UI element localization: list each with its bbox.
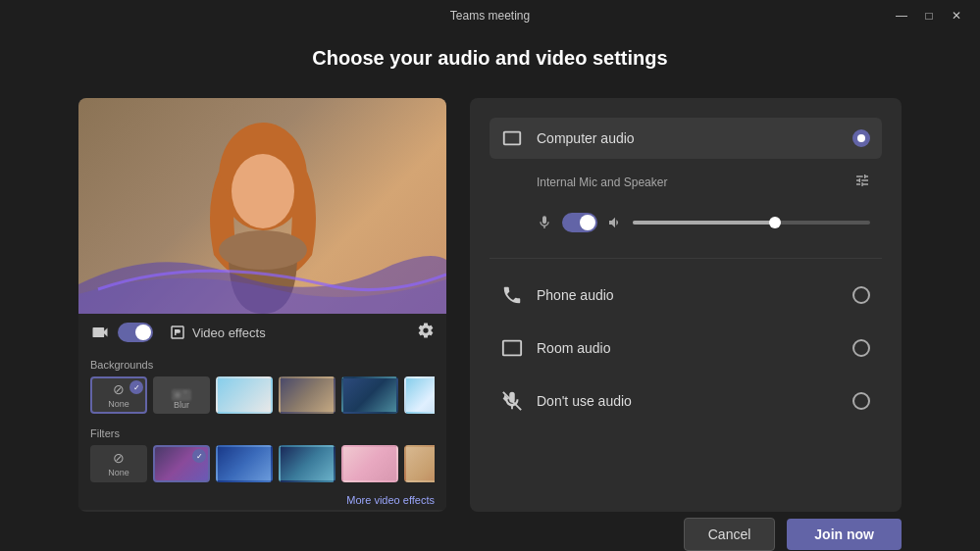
backgrounds-section: Backgrounds ⊘ None ✓	[78, 351, 446, 422]
no-audio-icon	[501, 390, 523, 412]
mic-volume-row	[490, 209, 882, 242]
filter-3-thumb[interactable]	[279, 445, 335, 482]
volume-thumb	[769, 217, 781, 228]
video-effects-label: Video effects	[192, 326, 266, 340]
bg-none-thumb[interactable]: ⊘ None ✓	[90, 376, 147, 414]
mic-icon	[537, 215, 552, 230]
filter-1-thumb[interactable]: ✓	[153, 445, 210, 482]
window-controls: — □ ✕	[894, 8, 964, 24]
volume-fill	[633, 221, 775, 225]
filters-thumbnails: ⊘ None ✓	[90, 445, 435, 482]
filter-none-thumb[interactable]: ⊘ None	[90, 445, 147, 482]
room-audio-icon	[501, 337, 523, 359]
filter-4-thumb[interactable]	[341, 445, 398, 482]
video-panel: Video effects Backgrounds ⊘ None ✓	[78, 98, 446, 512]
computer-audio-label: Computer audio	[537, 130, 839, 146]
phone-audio-label: Phone audio	[537, 287, 839, 303]
more-video-effects-link[interactable]: More video effects	[78, 490, 446, 510]
page-title: Choose your audio and video settings	[0, 47, 980, 70]
audio-panel: Computer audio Internal Mic and Speaker	[470, 98, 902, 512]
mic-speaker-row: Internal Mic and Speaker	[490, 171, 882, 197]
window-title: Teams meeting	[450, 9, 530, 23]
room-audio-label: Room audio	[537, 340, 839, 356]
minimize-button[interactable]: —	[894, 8, 909, 24]
settings-icon	[417, 322, 435, 339]
title-bar: Teams meeting — □ ✕	[0, 0, 980, 31]
computer-audio-radio	[852, 129, 870, 147]
computer-audio-option[interactable]: Computer audio	[490, 118, 882, 159]
no-audio-option[interactable]: Don't use audio	[490, 380, 882, 422]
video-controls-bar: Video effects	[78, 314, 446, 351]
tune-icon[interactable]	[854, 173, 870, 191]
filter-1-check: ✓	[192, 449, 206, 463]
room-audio-option[interactable]: Room audio	[490, 327, 882, 369]
backgrounds-thumbnails: ⊘ None ✓ Blur	[90, 376, 435, 414]
camera-icon	[90, 323, 110, 342]
bg-3-thumb[interactable]	[341, 376, 398, 414]
bg-2-thumb[interactable]	[279, 376, 335, 414]
no-audio-label: Don't use audio	[537, 393, 839, 409]
main-area: Video effects Backgrounds ⊘ None ✓	[78, 98, 902, 512]
maximize-button[interactable]: □	[921, 8, 937, 24]
bg-1-thumb[interactable]	[216, 376, 273, 414]
no-audio-radio	[852, 392, 870, 410]
filter-2-thumb[interactable]	[216, 445, 273, 482]
video-preview	[78, 98, 446, 314]
bg-4-thumb[interactable]	[404, 376, 435, 414]
camera-toggle-group	[90, 323, 153, 342]
svg-point-4	[175, 392, 181, 398]
tune-settings-icon	[854, 173, 870, 188]
phone-audio-option[interactable]: Phone audio	[490, 275, 882, 316]
filter-5-thumb[interactable]	[404, 445, 435, 482]
volume-slider[interactable]	[633, 221, 870, 225]
join-now-button[interactable]: Join now	[787, 519, 902, 550]
divider-1	[490, 258, 882, 259]
wave-overlay	[78, 235, 446, 314]
mic-speaker-label: Internal Mic and Speaker	[537, 175, 845, 189]
room-audio-radio	[852, 339, 870, 357]
video-settings-button[interactable]	[417, 322, 435, 343]
speaker-icon	[607, 215, 623, 230]
phone-audio-icon	[501, 284, 523, 306]
close-button[interactable]: ✕	[949, 8, 964, 24]
cancel-button[interactable]: Cancel	[684, 518, 776, 551]
svg-point-1	[232, 154, 294, 228]
computer-audio-icon	[501, 127, 523, 149]
phone-audio-radio	[852, 286, 870, 304]
bottom-buttons: Cancel Join now	[684, 518, 902, 551]
camera-toggle[interactable]	[118, 323, 153, 342]
backgrounds-label: Backgrounds	[90, 359, 435, 371]
bg-blur-thumb[interactable]: Blur	[153, 376, 210, 414]
bg-none-check: ✓	[129, 380, 143, 394]
filters-label: Filters	[90, 427, 435, 439]
video-effects-button[interactable]: Video effects	[169, 324, 266, 341]
mic-toggle[interactable]	[562, 213, 597, 232]
svg-point-5	[183, 390, 187, 394]
video-effects-icon	[169, 324, 186, 341]
filters-section: Filters ⊘ None ✓	[78, 422, 446, 490]
